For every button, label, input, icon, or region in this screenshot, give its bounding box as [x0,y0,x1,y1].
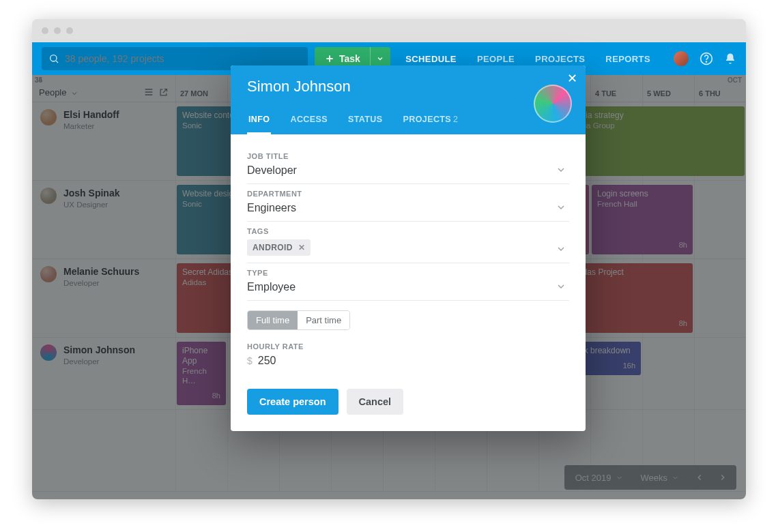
search-icon [48,53,59,64]
chevron-down-icon [556,164,566,175]
nav-reports[interactable]: REPORTS [605,54,650,64]
new-task-label: Task [339,53,360,64]
modal-title: Simon Johnson [247,78,569,95]
person-modal: ✕ Simon Johnson INFO ACCESS STATUS PROJE… [231,65,586,431]
create-person-button[interactable]: Create person [247,389,338,415]
field-value: Developer [247,164,569,177]
tab-info[interactable]: INFO [247,108,271,134]
help-icon[interactable] [700,52,713,65]
svg-point-5 [706,61,707,62]
segment-part-time[interactable]: Part time [298,311,349,329]
modal-header: ✕ Simon Johnson INFO ACCESS STATUS PROJE… [231,65,586,134]
window-min-dot[interactable] [54,27,61,34]
nav-projects[interactable]: PROJECTS [535,54,585,64]
nav-schedule[interactable]: SCHEDULE [405,54,457,64]
modal-close-button[interactable]: ✕ [567,72,577,85]
field-job-title[interactable]: JOB TITLE Developer [247,147,569,184]
close-icon: ✕ [567,72,577,85]
topbar-right [674,51,736,66]
chevron-down-icon [556,202,566,213]
field-label: TAGS [247,227,569,235]
tag-remove-icon[interactable]: ✕ [298,243,305,252]
svg-line-1 [56,61,58,63]
chevron-down-icon [556,281,566,292]
tab-access[interactable]: ACCESS [289,108,329,134]
modal-tabs: INFO ACCESS STATUS PROJECTS2 [247,108,569,134]
tab-projects[interactable]: PROJECTS2 [402,108,460,134]
modal-actions: Create person Cancel [247,389,569,415]
hourly-rate-input[interactable] [258,355,340,367]
field-value: Engineers [247,202,569,214]
search-input[interactable] [65,53,301,64]
field-label: TYPE [247,269,569,277]
modal-avatar[interactable] [534,85,572,123]
primary-nav: SCHEDULE PEOPLE PROJECTS REPORTS [405,54,650,64]
field-label: HOURLY RATE [247,342,569,351]
employment-segment: Full time Part time [247,310,350,330]
app-window: Task SCHEDULE PEOPLE PROJECTS REPORTS [32,19,746,499]
field-label: JOB TITLE [247,152,569,160]
modal-body: JOB TITLE Developer DEPARTMENT Engineers… [231,134,586,431]
field-department[interactable]: DEPARTMENT Engineers [247,184,569,222]
window-max-dot[interactable] [66,27,73,34]
bell-icon[interactable] [724,53,736,65]
field-label: DEPARTMENT [247,190,569,198]
tab-status[interactable]: STATUS [347,108,384,134]
tab-projects-label: PROJECTS [403,115,452,124]
field-type[interactable]: TYPE Employee [247,263,569,301]
chevron-down-icon [376,55,384,63]
tag-label: ANDROID [253,243,293,252]
field-tags[interactable]: TAGS ANDROID ✕ [247,222,569,263]
segment-full-time[interactable]: Full time [248,311,298,329]
chevron-down-icon [556,243,566,254]
field-value: Employee [247,281,569,293]
current-user-avatar[interactable] [674,51,689,66]
window-titlebar [32,19,746,42]
cancel-button[interactable]: Cancel [347,389,404,415]
window-close-dot[interactable] [42,27,48,34]
currency-symbol: $ [247,355,253,366]
tag-chip[interactable]: ANDROID ✕ [247,239,311,256]
tab-projects-count: 2 [453,115,458,124]
nav-people[interactable]: PEOPLE [477,54,515,64]
svg-point-0 [51,55,57,61]
field-hourly-rate: HOURLY RATE $ [247,330,569,374]
plus-icon [324,53,335,64]
